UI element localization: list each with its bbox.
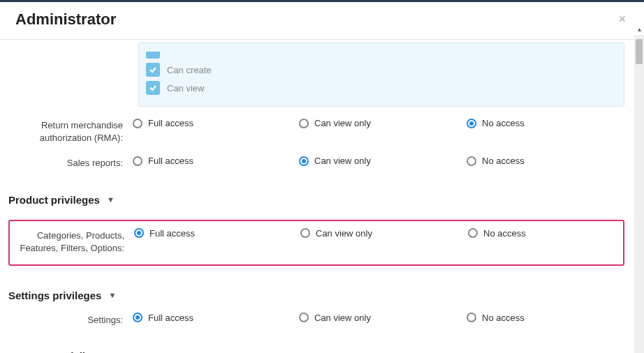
radio-settings-view[interactable]: Can view only: [299, 313, 467, 323]
radio-label: Full access: [148, 118, 193, 128]
checkbox-label: Can create: [167, 65, 212, 75]
radio-settings-full[interactable]: Full access: [133, 313, 299, 323]
section-product-privileges[interactable]: Product privileges ▼: [8, 194, 636, 206]
page-title: Administrator: [15, 10, 116, 29]
scrollbar-track[interactable]: ▴: [634, 35, 644, 353]
row-label: Return merchandise authorization (RMA):: [8, 118, 133, 144]
check-icon: [149, 66, 157, 74]
radio-label: No access: [482, 313, 525, 323]
radio-label: Can view only: [314, 118, 371, 128]
section-title: Customer privileges: [8, 350, 109, 353]
checkbox-can-view[interactable]: [146, 81, 160, 95]
row-sales-reports: Sales reports: Full access Can view only…: [8, 156, 636, 170]
caret-down-icon: ▼: [108, 291, 116, 299]
row-settings: Settings: Full access Can view only No a…: [8, 313, 636, 326]
radio-rma-none[interactable]: No access: [467, 118, 624, 128]
row-label: Settings:: [8, 313, 133, 326]
radio-sales-full[interactable]: Full access: [133, 156, 299, 166]
highlighted-row: Categories, Products, Features, Filters,…: [8, 220, 624, 266]
row-categories: Categories, Products, Features, Filters,…: [10, 228, 617, 255]
radio-label: Full access: [148, 313, 193, 323]
radio-rma-view[interactable]: Can view only: [299, 118, 467, 128]
radio-label: Can view only: [314, 156, 371, 166]
checkbox-partial-icon[interactable]: [146, 52, 160, 59]
modal-header: Administrator ×: [0, 2, 644, 40]
radio-rma-full[interactable]: Full access: [133, 118, 299, 128]
section-settings-privileges[interactable]: Settings privileges ▼: [8, 290, 636, 301]
radio-label: No access: [482, 118, 525, 128]
row-label: Sales reports:: [8, 156, 133, 170]
row-rma: Return merchandise authorization (RMA): …: [8, 118, 636, 144]
radio-label: Can view only: [314, 313, 371, 323]
radio-categories-view[interactable]: Can view only: [300, 228, 468, 239]
radio-sales-none[interactable]: No access: [467, 156, 624, 166]
radio-label: Full access: [148, 156, 193, 166]
section-title: Settings privileges: [8, 290, 101, 301]
content-area: Can create Can view Return merchandise a…: [0, 40, 644, 353]
radio-label: No access: [483, 228, 526, 239]
radio-label: Full access: [149, 228, 195, 239]
checkbox-label: Can view: [167, 83, 204, 93]
radio-settings-none[interactable]: No access: [467, 313, 624, 323]
row-label: Categories, Products, Features, Filters,…: [10, 228, 134, 255]
radio-categories-none[interactable]: No access: [468, 228, 617, 239]
scroll-up-icon[interactable]: ▴: [636, 25, 643, 33]
radio-label: Can view only: [316, 228, 372, 239]
checkbox-can-create[interactable]: [146, 63, 160, 77]
radio-categories-full[interactable]: Full access: [134, 228, 300, 239]
radio-sales-view[interactable]: Can view only: [299, 156, 467, 166]
permission-checkbox-panel: Can create Can view: [138, 43, 624, 107]
section-title: Product privileges: [8, 194, 100, 206]
scrollbar-thumb[interactable]: [636, 39, 643, 64]
section-customer-privileges[interactable]: Customer privileges ▼: [8, 350, 636, 353]
radio-label: No access: [482, 156, 525, 166]
close-icon[interactable]: ×: [615, 9, 629, 29]
caret-down-icon: ▼: [107, 195, 115, 204]
check-icon: [149, 84, 157, 92]
